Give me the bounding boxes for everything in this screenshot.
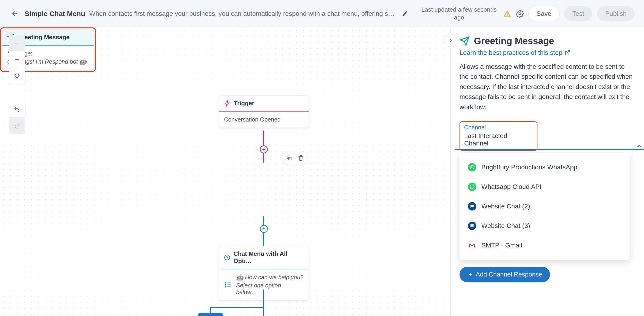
connector-branch [211,307,264,308]
delete-node-button[interactable] [296,153,306,163]
page-description: When contacts first message your busines… [89,10,396,17]
redo-icon [14,122,20,129]
dropdown-chevron[interactable] [636,143,642,150]
chat-menu-line1: 🤖 How can we help you? [236,274,304,281]
collapse-panel-button[interactable] [444,34,457,47]
arrow-left-icon [11,10,19,18]
pencil-icon [402,10,408,17]
redo-button[interactable] [9,117,25,134]
list-icon [224,281,232,289]
add-step-button-2[interactable]: + [260,225,268,233]
channel-dropdown: Brightfury Productions WhatsApp Whatsapp… [460,153,630,260]
svg-point-9 [227,259,227,259]
test-button[interactable]: Test [564,6,592,21]
settings-icon[interactable] [516,10,524,18]
channel-option-whatsapp-2[interactable]: Whatsapp Cloud API [460,177,630,197]
add-channel-label: Add Channel Response [476,271,542,278]
title-block: Simple Chat Menu When contacts first mes… [25,10,396,18]
chat-icon [468,222,476,230]
option-label: Brightfury Productions WhatsApp [481,163,577,171]
plus-icon [468,272,473,277]
undo-panel [9,101,25,134]
lightning-icon [224,100,230,107]
greeting-node-title: Greeting Message [18,34,70,41]
option-label: SMTP - Gmail [481,242,522,249]
back-button[interactable] [9,8,20,19]
trigger-node-header: Trigger [219,96,309,112]
page-title: Simple Chat Menu [25,10,85,18]
panel-title: Greeting Message [460,36,635,46]
duplicate-node-button[interactable] [284,153,294,163]
trigger-node[interactable]: Trigger Conversation Opened [219,95,309,128]
add-channel-response-button[interactable]: Add Channel Response [460,267,550,282]
zoom-out-button[interactable]: − [9,51,25,68]
zoom-fit-button[interactable] [9,68,25,84]
option-label: Website Chat (3) [481,222,530,230]
channel-field-value: Last Interacted Channel [464,132,533,147]
collapsed-node-stub[interactable] [198,313,223,316]
panel-description: Allows a message with the specified cont… [460,62,635,112]
chat-menu-node-title: Chat Menu with All Opti… [234,250,304,265]
chevron-right-icon [448,38,454,43]
svg-point-0 [519,12,521,15]
svg-point-15 [225,287,226,287]
svg-line-16 [567,51,570,53]
channel-option-webchat-3[interactable]: Website Chat (3) [460,216,630,236]
zoom-in-button[interactable]: + [9,35,25,51]
channel-option-gmail[interactable]: SMTP - Gmail [460,236,630,255]
learn-more-link[interactable]: Learn the best practices of this step [460,49,635,56]
whatsapp-icon [468,183,476,191]
external-link-icon [565,50,570,55]
save-button[interactable]: Save [528,6,560,21]
chat-menu-line2: Select one option below… [236,282,304,296]
connector [263,153,264,163]
app-header: Simple Chat Menu When contacts first mes… [0,0,644,27]
gmail-icon [468,241,476,250]
send-icon [460,36,470,46]
locate-icon [14,72,20,79]
svg-point-14 [225,284,226,285]
channel-select[interactable]: Channel Last Interacted Channel [460,121,538,151]
publish-button[interactable]: Publish [597,6,635,21]
trash-icon [298,155,304,161]
learn-more-text: Learn the best practices of this step [460,49,562,56]
add-step-button-1[interactable]: + [260,146,268,153]
properties-panel: Greeting Message Learn the best practice… [450,27,644,316]
connector [263,290,264,316]
trigger-node-text: Conversation Opened [224,116,280,123]
trigger-node-title: Trigger [234,100,254,107]
copy-icon [286,155,292,161]
option-label: Whatsapp Cloud API [481,183,542,190]
chevron-up-icon [636,143,642,149]
last-updated-text: Last updated a few seconds ago [420,6,498,22]
panel-title-text: Greeting Message [474,36,554,46]
question-icon [224,254,230,261]
header-right: Last updated a few seconds ago Save Test… [420,6,635,22]
undo-button[interactable] [9,101,25,117]
channel-option-webchat-2[interactable]: Website Chat (2) [460,197,630,216]
warning-icon[interactable] [503,10,511,18]
chat-icon [468,202,476,210]
chat-menu-node-header: Chat Menu with All Opti… [219,246,309,269]
svg-point-13 [225,283,226,283]
trigger-node-body: Conversation Opened [219,112,309,128]
channel-field-label: Channel [464,124,533,131]
edit-description-button[interactable] [400,9,410,18]
connector [263,233,264,246]
whatsapp-icon [468,163,476,171]
option-label: Website Chat (2) [481,203,530,210]
channel-option-whatsapp-1[interactable]: Brightfury Productions WhatsApp [460,158,630,177]
zoom-panel: + − [9,35,25,84]
node-action-bar [282,151,308,165]
undo-icon [14,106,20,113]
svg-point-1 [15,74,19,78]
